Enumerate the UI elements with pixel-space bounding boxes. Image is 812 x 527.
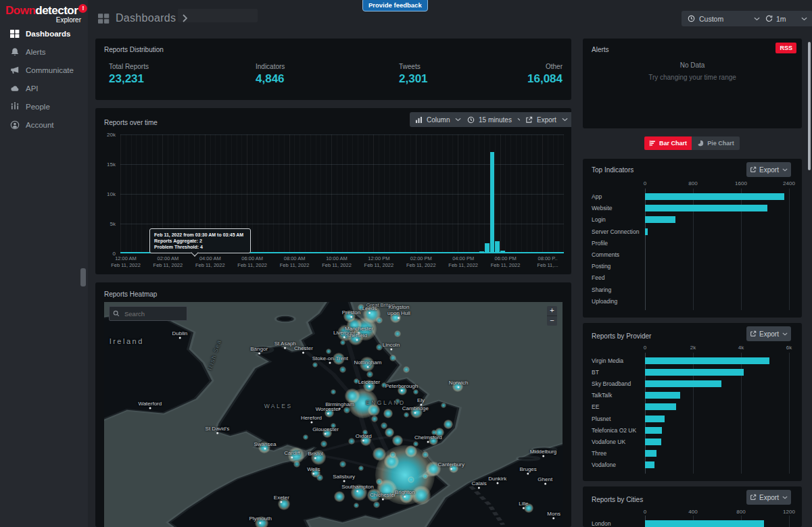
bar[interactable] [645,357,769,364]
map-label-england: ENGLAND [366,399,406,406]
time-range-dropdown[interactable]: Custom [682,11,766,26]
reports-heatmap-panel: Reports Heatmap [95,282,571,527]
chart-type-dropdown[interactable]: Column [410,112,467,127]
panel-title: Reports Distribution [104,46,164,53]
bar[interactable] [645,380,721,387]
x-tick-time: 06:00 PM [483,255,528,262]
x-tick-label: 06:00 PMFeb 11, 2022 [483,255,528,269]
grid-line [479,134,479,253]
chevron-down-icon [754,17,760,21]
reports-by-cities-panel: Reports by Cities Export 04008001200Lond… [583,486,802,527]
grid-line [789,516,790,527]
bar[interactable] [645,205,767,211]
grid-line [126,134,126,253]
dashboards-grid-icon [98,13,110,24]
city-dot [496,482,498,484]
right-column-scrollbar[interactable] [808,42,811,170]
sidebar-item-api[interactable]: API [0,79,88,97]
grid-line [437,134,437,253]
city-dot [302,351,304,353]
sidebar-item-communicate[interactable]: Communicate [0,61,88,79]
sidebar-item-label: People [26,103,50,111]
bar-category-label: Website [592,205,613,211]
downdetector-logo[interactable]: Downdetector! Explorer [5,4,85,24]
x-tick-label: 0 [644,180,646,186]
bar[interactable] [645,403,676,410]
grid-line [789,189,790,310]
breadcrumb[interactable]: Dashboards [98,12,187,24]
grid-line [342,134,343,253]
sidebar-resize-handle[interactable] [80,268,86,286]
map-label-bruges: Bruges [519,466,536,475]
bar[interactable] [645,427,662,434]
city-dot [450,468,452,470]
zoom-in-button[interactable]: + [547,306,557,316]
sidebar-item-dashboards[interactable]: Dashboards [0,24,88,43]
report-column[interactable] [490,152,495,253]
time-range-value: Custom [699,15,723,23]
map-label-st-david-s: St David's [206,426,230,434]
bar-chart-toggle[interactable]: Bar Chart [644,136,692,150]
sidebar-item-alerts[interactable]: Alerts [0,43,88,61]
grid-line [273,134,274,253]
bar[interactable] [645,392,680,399]
search-icon [113,310,120,317]
reports-by-provider-chart[interactable]: 02k4k6kVirgin MediaBTSky BroadbandTalkTa… [583,323,802,481]
interval-dropdown[interactable]: 15 minutes [462,112,529,127]
grid-line [305,134,306,253]
bar-category-label: Virgin Media [592,357,623,364]
grid-line [431,134,432,253]
bar-category-label: Vodafone UK [592,438,625,445]
reports-by-cities-chart[interactable]: 04008001200London [583,486,802,527]
grid-line [474,134,475,253]
grid-line [310,134,311,253]
map-label-cambridge: Cambridge [402,405,429,413]
x-tick-time: 10:00 AM [314,255,359,262]
map-label-worcester: Worcester [316,405,340,414]
map-search-box[interactable] [109,306,187,321]
map-label-preston: Preston [342,309,361,318]
top-indicators-chart[interactable]: 080016002400AppWebsiteLoginServer Connec… [583,159,802,318]
grid-line [495,134,496,253]
x-tick-time: 08:00 AM [272,255,317,262]
provide-feedback-button[interactable]: Provide feedback [362,0,428,11]
bar[interactable] [645,193,784,200]
bar[interactable] [645,438,661,445]
bar[interactable] [645,369,744,376]
export-dropdown[interactable]: Export [520,112,571,127]
bar[interactable] [645,450,656,457]
rss-badge[interactable]: RSS [775,43,796,53]
map-label-norwich: Norwich [449,379,469,388]
city-dot [356,338,358,341]
city-dot [310,421,312,423]
map-label-sheffield: Sheffield [346,332,367,341]
bar[interactable] [645,228,648,235]
bell-icon [10,47,20,57]
city-dot [544,483,546,485]
x-axis-labels: 12:00 AMFeb 11, 202202:00 AMFeb 11, 2022… [95,255,571,272]
pie-chart-toggle[interactable]: Pie Chart [692,136,740,150]
sidebar-item-people[interactable]: People [0,97,88,116]
map-search-input[interactable] [123,309,180,318]
city-dot [478,487,480,489]
x-tick-label: 10:00 AMFeb 11, 2022 [314,255,359,269]
bar[interactable] [645,520,764,527]
x-tick-label: 08:00 AMFeb 11, 2022 [272,255,317,269]
sidebar-item-account[interactable]: Account [0,116,88,134]
x-tick-label: 04:00 AMFeb 11, 2022 [188,255,233,269]
bar[interactable] [645,416,665,422]
x-tick-date: Feb 11, 2022 [145,262,190,269]
heatmap-map[interactable]: IrelandDublinWaterfordIrish SeaGreat Bri… [104,302,563,527]
map-label-mons: Mons [547,511,560,520]
x-tick-label: 12:00 PMFeb 11, 2022 [356,255,401,269]
chevron-down-icon [455,118,461,122]
map-label-bristol: Bristol [308,451,323,459]
bar[interactable] [645,216,675,223]
grid-line [320,134,321,253]
logo-exclamation-badge: ! [78,4,87,13]
map-label-hereford: Hereford [301,414,322,423]
chart-type-value: Column [427,116,450,124]
bar[interactable] [645,461,654,468]
refresh-interval-dropdown[interactable]: 1m [760,11,812,26]
zoom-out-button[interactable]: − [547,316,557,326]
